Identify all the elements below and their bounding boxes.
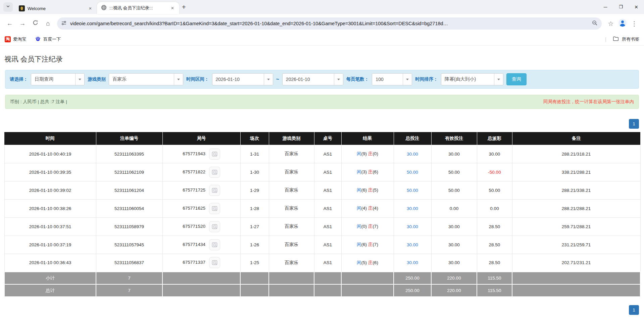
search-button[interactable]: 查询 xyxy=(506,73,527,85)
video-replay-icon[interactable] xyxy=(209,185,220,196)
chevron-down-icon[interactable] xyxy=(494,74,503,85)
page-1-button[interactable]: 1 xyxy=(629,119,639,129)
all-bookmarks-label: 所有书签 xyxy=(622,36,639,42)
round-id: 675771725 xyxy=(183,188,205,193)
maximize-button[interactable]: ❐ xyxy=(613,0,629,14)
banker-score: (5) xyxy=(373,188,378,193)
player-result-label: 闲 xyxy=(357,260,361,265)
chevron-down-icon[interactable] xyxy=(264,74,273,85)
banker-score: (0) xyxy=(373,151,378,156)
total-bet-link[interactable]: 50.00 xyxy=(407,170,418,175)
table-no-cell: AS1 xyxy=(314,181,341,199)
total-bet-link[interactable]: 30.00 xyxy=(407,242,418,247)
date-end-select[interactable]: 2026-01-10 xyxy=(282,73,343,85)
page-1-button[interactable]: 1 xyxy=(629,305,639,315)
payout-cell: 28.50 xyxy=(477,217,512,236)
col-remark: 备注 xyxy=(512,132,640,145)
col-game-kind: 游戏类别 xyxy=(269,132,314,145)
bet-id-cell: 523111060054 xyxy=(96,199,162,217)
banker-score: (4) xyxy=(373,206,378,211)
chevron-down-icon[interactable] xyxy=(403,74,412,85)
per-page-select[interactable]: 100 xyxy=(372,73,412,85)
reload-button[interactable] xyxy=(30,18,41,29)
table-row: 2026-01-10 00:37:19 523111057945 6757714… xyxy=(4,236,640,254)
person-icon xyxy=(618,18,627,29)
sort-select[interactable]: 降幂(由大到小) xyxy=(441,73,503,85)
result-cell: 闲(0) 庄(7) xyxy=(341,217,394,236)
query-type-select[interactable]: 日期查询 xyxy=(31,73,85,85)
url-text[interactable]: videoie.com/game/betrecord_search/kind3?… xyxy=(70,21,592,26)
date-end-value: 2026-01-10 xyxy=(283,74,334,85)
bookmark-baidu[interactable]: 百度一下 xyxy=(35,36,61,43)
address-bar[interactable]: videoie.com/game/betrecord_search/kind3?… xyxy=(57,17,602,30)
payout-value: 50.00 xyxy=(489,188,500,193)
per-page-label: 每页笔数： xyxy=(346,76,369,82)
all-bookmarks-button[interactable]: | 所有书签 xyxy=(605,36,639,43)
close-icon[interactable]: × xyxy=(87,5,94,12)
total-bet-link[interactable]: 30.00 xyxy=(407,152,418,157)
minimize-button[interactable]: ─ xyxy=(598,0,613,14)
bookmark-taobao[interactable]: 淘 爱淘宝 xyxy=(5,36,26,42)
game-kind-select[interactable]: 百家乐 xyxy=(109,73,183,85)
subtotal-label: 小计 xyxy=(4,272,96,284)
player-score: (6) xyxy=(361,188,367,193)
player-result-label: 闲 xyxy=(357,188,361,193)
tab-search-chevron[interactable] xyxy=(3,2,13,12)
result-cell: 闲(6) 庄(5) xyxy=(341,181,394,199)
time-cell: 2026-01-10 00:37:51 xyxy=(4,217,96,236)
date-start-select[interactable]: 2026-01-10 xyxy=(212,73,273,85)
payout-cell: 28.50 xyxy=(477,236,512,254)
video-replay-icon[interactable] xyxy=(209,203,220,214)
round-cell: 675771822 xyxy=(162,163,240,181)
home-button[interactable]: ⌂ xyxy=(42,18,54,29)
video-replay-icon[interactable] xyxy=(209,257,220,268)
result-cell: 闲(6) 庄(7) xyxy=(341,236,394,254)
total-valid-bet: 220.00 xyxy=(431,284,477,297)
game-kind-cell: 百家乐 xyxy=(269,181,314,199)
video-replay-icon[interactable] xyxy=(209,239,220,250)
pagination-top: 1 xyxy=(0,119,639,129)
notice-text: 同局有效投注，统一计算在该局第一张注单内 xyxy=(543,99,634,105)
bookmark-star-button[interactable]: ☆ xyxy=(605,18,616,29)
zoom-icon[interactable] xyxy=(592,20,598,27)
video-replay-icon[interactable] xyxy=(209,149,220,160)
player-score: (9) xyxy=(361,151,367,156)
tilde-separator: ~ xyxy=(276,76,279,82)
valid-bet-cell: 30.00 xyxy=(431,236,477,254)
baidu-paw-icon xyxy=(35,36,41,43)
banker-result-label: 庄 xyxy=(368,242,373,247)
total-bet-link[interactable]: 30.00 xyxy=(407,206,418,211)
tab-title: Welcome xyxy=(28,6,84,11)
session-cell: 1-31 xyxy=(240,145,269,163)
page-title: 视讯 会员下注纪录 xyxy=(4,54,644,64)
video-replay-icon[interactable] xyxy=(209,167,220,178)
site-info-icon[interactable] xyxy=(61,20,67,27)
subtotal-count: 7 xyxy=(96,272,162,284)
game-kind-cell: 百家乐 xyxy=(269,163,314,181)
new-tab-button[interactable]: + xyxy=(182,3,186,11)
close-icon[interactable]: × xyxy=(169,5,176,11)
video-replay-icon[interactable] xyxy=(209,221,220,232)
round-cell: 675771337 xyxy=(162,254,240,272)
window-close-button[interactable]: × xyxy=(629,0,644,14)
browser-menu-button[interactable]: ⋮ xyxy=(629,18,640,29)
remark-cell: 259.71/288.21 xyxy=(512,217,640,236)
total-bet-cell: 30.00 xyxy=(394,236,431,254)
sort-value: 降幂(由大到小) xyxy=(441,74,494,85)
forward-button[interactable]: → xyxy=(17,18,28,29)
tab-strip: Welcome × :::视讯 会员下注纪录::: × + ─ ❐ × xyxy=(0,0,644,14)
tab-welcome[interactable]: Welcome × xyxy=(15,3,97,14)
chevron-down-icon[interactable] xyxy=(75,74,84,85)
valid-bet-cell: 30.00 xyxy=(431,254,477,272)
session-cell: 1-29 xyxy=(240,181,269,199)
total-bet-link[interactable]: 30.00 xyxy=(407,260,418,265)
chevron-down-icon[interactable] xyxy=(174,74,183,85)
player-score: (0) xyxy=(361,224,367,229)
total-bet-link[interactable]: 30.00 xyxy=(407,224,418,229)
profile-avatar[interactable] xyxy=(618,19,627,28)
chevron-down-icon[interactable] xyxy=(334,74,343,85)
back-button[interactable]: ← xyxy=(4,18,15,29)
result-cell: 闲(5) 庄(6) xyxy=(341,254,394,272)
tab-betrecord[interactable]: :::视讯 会员下注纪录::: × xyxy=(97,2,179,14)
total-bet-link[interactable]: 50.00 xyxy=(407,188,418,193)
